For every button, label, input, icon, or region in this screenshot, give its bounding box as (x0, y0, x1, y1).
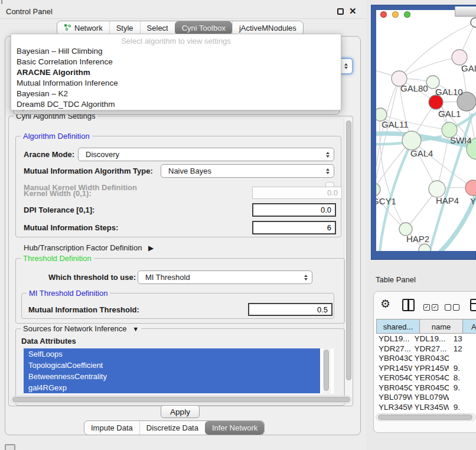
tab-discretize-data[interactable]: Discretize Data (139, 421, 205, 435)
table-cell[interactable]: YLR345W (376, 403, 412, 413)
node-gcy1[interactable] (376, 183, 380, 196)
attribute-item-gal4rgexp[interactable]: gal4RGexp (24, 382, 320, 393)
tab-jactivemnodules[interactable]: jActiveMNodules (232, 21, 303, 35)
screen: Control Panel ✕ NetworkStyleSelectCyni T… (0, 0, 476, 450)
dpi-tolerance-field[interactable] (252, 203, 336, 217)
node-gal1-red[interactable] (429, 95, 443, 109)
mac-close-icon[interactable] (380, 11, 387, 18)
table-row: YPR145WYPR145W9. (376, 364, 476, 374)
table-cell[interactable]: YER054C (376, 373, 412, 383)
mi-algorithm-type-label: Mutual Information Algorithm Type: (24, 167, 153, 175)
table-cell[interactable]: 12 (449, 344, 476, 354)
table-cell[interactable]: YBR045C (412, 383, 449, 393)
stepper-icon (304, 275, 308, 281)
network-canvas-container: GALGAL80GAL10GAL1SWI4GAL11GAL4GCY1HAP4YH… (376, 10, 476, 251)
settings-vertical-scrollbar (344, 118, 353, 404)
mi-steps-field[interactable] (252, 221, 336, 234)
table-cell[interactable]: 9. (449, 383, 476, 393)
tab-impute-data[interactable]: Impute Data (84, 421, 139, 435)
table-cell[interactable]: 13 (449, 334, 476, 344)
algorithm-option-mutual-information-inference[interactable]: Mutual Information Inference (11, 78, 341, 89)
table-cell[interactable]: YDR27... (412, 344, 449, 354)
algorithm-option-bayesian-hill-climbing[interactable]: Bayesian – Hill Climbing (11, 46, 341, 57)
which-threshold-combo[interactable]: MI Threshold (138, 270, 312, 284)
table-cell[interactable]: 8. (449, 373, 476, 383)
network-edge[interactable] (399, 57, 459, 79)
table-cell[interactable]: YBR043C (376, 354, 412, 364)
network-icon (64, 24, 71, 32)
node-hap4[interactable] (429, 181, 445, 197)
attribute-item-topologicalcoefficient[interactable]: TopologicalCoefficient (24, 360, 320, 371)
algorithm-option-aracne-algorithm[interactable]: ARACNE Algorithm (11, 67, 341, 78)
mac-zoom-icon[interactable] (404, 11, 410, 18)
control-panel-title: Control Panel (6, 7, 53, 16)
sources-title[interactable]: Sources for Network Inference ▼ (21, 324, 141, 334)
mi-threshold-field[interactable] (248, 303, 332, 316)
table-cell[interactable]: YPR145W (412, 364, 449, 374)
table-horizontal-scrollbar (376, 413, 476, 421)
list-scrollbar-thumb[interactable] (324, 350, 329, 391)
table-cell[interactable]: YPR145W (376, 364, 412, 374)
attribute-item-selfloops[interactable]: SelfLoops (24, 348, 320, 360)
attribute-item-betweennesscentrality[interactable]: BetweennessCentrality (24, 371, 320, 382)
column-header-a[interactable]: A (462, 319, 476, 334)
table-cell[interactable]: 9. (449, 364, 476, 374)
table-panel-title: Table Panel (376, 275, 416, 284)
table-row: YBR043CYBR043C (376, 354, 476, 364)
network-canvas[interactable]: GALGAL80GAL10GAL1SWI4GAL11GAL4GCY1HAP4YH… (376, 10, 476, 251)
aracne-mode-combo[interactable]: Discovery (78, 148, 334, 161)
dpi-tolerance-label: DPI Tolerance [0,1]: (24, 206, 94, 214)
table-cell[interactable]: YBR045C (376, 383, 412, 393)
table-cell[interactable]: YDR27... (376, 344, 412, 354)
settings-vertical-scrollbar-thumb[interactable] (346, 120, 351, 380)
network-edge[interactable] (412, 141, 473, 188)
table-mode-icon[interactable] (470, 299, 476, 311)
algorithm-option-dream8-dc-tdc-algorithm[interactable]: Dream8 DC_TDC Algorithm (11, 99, 341, 110)
tab-style[interactable]: Style (109, 21, 140, 35)
tab-cyni-toolbox[interactable]: Cyni Toolbox (175, 21, 232, 35)
minimized-panel-icon[interactable] (5, 444, 15, 450)
label-gal: GAL (461, 63, 476, 73)
column-header-shared-[interactable]: shared... (376, 319, 420, 334)
hub-definition-expander[interactable]: Hub/Transcription Factor Definition ▶ (24, 243, 154, 252)
tab-network[interactable]: Network (57, 21, 109, 35)
node-salmon[interactable] (465, 180, 476, 195)
kernel-width-field[interactable] (252, 187, 342, 199)
table-cell[interactable]: YDL19... (412, 334, 449, 344)
select-all-checkboxes-icon[interactable]: ✓✓ (423, 302, 440, 311)
algorithm-definition-title: Algorithm Definition (21, 132, 92, 141)
table-cell[interactable] (449, 354, 476, 364)
table-horizontal-scrollbar-thumb[interactable] (378, 415, 472, 420)
table-cell[interactable]: YLR345W (412, 403, 449, 413)
node-bottom-partial[interactable] (419, 244, 431, 251)
settings-horizontal-scrollbar-thumb[interactable] (12, 397, 350, 402)
gear-icon[interactable]: ⚙ (380, 298, 390, 310)
node-gal4[interactable] (402, 131, 421, 150)
table-cell[interactable]: YER054C (412, 373, 449, 383)
close-icon[interactable]: ✕ (349, 6, 357, 17)
mi-steps-label: Mutual Information Steps: (24, 223, 118, 232)
algorithm-option-bayesian-k2[interactable]: Bayesian – K2 (11, 89, 341, 99)
network-window[interactable]: GALGAL80GAL10GAL1SWI4GAL11GAL4GCY1HAP4YH… (371, 5, 476, 260)
table-cell[interactable]: YBR043C (412, 354, 449, 364)
algorithm-placeholder: Select algorithm to view settings (11, 37, 341, 46)
node-top-partial[interactable] (471, 18, 476, 27)
table-cell[interactable]: YBL079W (412, 393, 449, 403)
table-cell[interactable]: YBL079W (376, 393, 412, 403)
table-cell[interactable]: YDL19... (376, 334, 412, 344)
tab-select[interactable]: Select (140, 21, 175, 35)
tab-infer-network[interactable]: Infer Network (205, 421, 264, 435)
mac-minimize-icon[interactable] (392, 11, 399, 18)
table-cell[interactable] (449, 393, 476, 403)
float-window-icon[interactable] (337, 8, 344, 15)
table-row: YDL19...YDL19...13 (376, 334, 476, 344)
deselect-all-checkboxes-icon[interactable] (445, 302, 461, 311)
label-gal10: GAL10 (435, 87, 463, 97)
apply-button[interactable]: Apply (161, 405, 200, 418)
table-cell[interactable]: 9. (449, 403, 476, 413)
mi-algorithm-type-combo[interactable]: Naive Bayes (161, 164, 334, 178)
algorithm-option-basic-correlation-inference[interactable]: Basic Correlation Inference (11, 57, 341, 67)
column-header-name[interactable]: name (419, 319, 463, 334)
which-threshold-label: Which threshold to use: (48, 273, 136, 282)
split-columns-icon[interactable] (402, 299, 415, 311)
